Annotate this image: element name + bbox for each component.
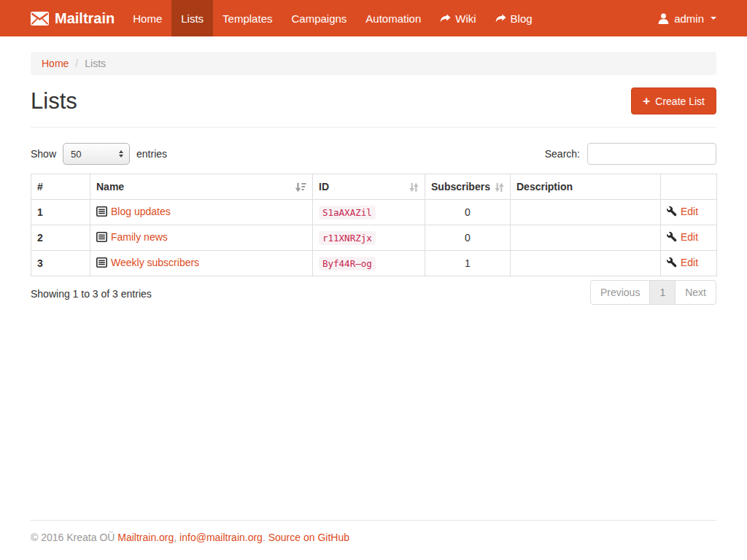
envelope-icon — [31, 12, 49, 26]
edit-link[interactable]: Edit — [667, 206, 698, 217]
copyright-text: © 2016 Kreata OÜ — [31, 532, 115, 543]
header-divider — [31, 127, 716, 128]
show-label: Show — [31, 148, 56, 160]
entries-label: entries — [136, 148, 167, 160]
main-nav: Home Lists Templates Campaigns Automatio… — [123, 0, 541, 36]
breadcrumb-separator: / — [75, 58, 78, 69]
list-name-link[interactable]: Family news — [96, 231, 168, 243]
user-label: admin — [674, 12, 704, 25]
table-row: 2 Family news r11XNRZjx 0 — [31, 225, 717, 251]
actions-cell: Edit — [661, 225, 717, 251]
pagination: Previous 1 Next — [590, 280, 716, 305]
list-id-cell: S1aAXAZil — [313, 200, 425, 225]
sort-asc-icon[interactable] — [295, 182, 306, 192]
share-arrow-icon — [495, 14, 506, 23]
pagination-previous[interactable]: Previous — [590, 280, 650, 305]
nav-item-home[interactable]: Home — [123, 0, 171, 36]
list-name-link[interactable]: Blog updates — [96, 206, 171, 217]
table-footer: Showing 1 to 3 of 3 entries Previous 1 N… — [31, 280, 716, 305]
list-name-link[interactable]: Weekly subscribers — [96, 257, 199, 268]
select-arrows-icon — [119, 150, 123, 158]
nav-item-automation[interactable]: Automation — [356, 0, 430, 36]
nav-item-campaigns[interactable]: Campaigns — [282, 0, 356, 36]
nav-item-blog[interactable]: Blog — [486, 0, 542, 36]
list-alt-icon — [96, 232, 107, 242]
nav-item-lists[interactable]: Lists — [171, 0, 213, 36]
search-label: Search: — [545, 148, 580, 160]
share-arrow-icon — [440, 14, 451, 23]
github-source-link[interactable]: Source on GitHub — [268, 532, 349, 543]
table-row: 1 Blog updates S1aAXAZil 0 — [31, 200, 717, 225]
wrench-icon — [667, 206, 677, 217]
table-row: 3 Weekly subscribers Byf44R—og 1 — [31, 251, 717, 276]
list-alt-icon — [96, 206, 107, 217]
row-number: 1 — [31, 200, 90, 225]
list-name-cell: Blog updates — [90, 200, 313, 225]
col-header-name[interactable]: Name — [90, 174, 313, 200]
col-header-id[interactable]: ID — [313, 174, 425, 200]
main-content: Home / Lists Lists + Create List Show 50… — [20, 36, 727, 520]
list-id: Byf44R—og — [319, 257, 376, 271]
subscriber-count: 1 — [425, 251, 511, 276]
nav-item-wiki[interactable]: Wiki — [430, 0, 485, 36]
list-id: S1aAXAZil — [319, 206, 376, 219]
row-number: 2 — [31, 225, 90, 251]
description-cell — [511, 200, 661, 225]
create-list-button[interactable]: + Create List — [631, 88, 716, 114]
edit-link[interactable]: Edit — [667, 231, 698, 243]
list-alt-icon — [96, 257, 107, 268]
actions-cell: Edit — [661, 251, 717, 276]
brand-label: Mailtrain — [55, 10, 115, 27]
description-cell — [511, 225, 661, 251]
mailtrain-org-link[interactable]: Mailtrain.org — [117, 532, 174, 543]
subscriber-count: 0 — [425, 225, 511, 251]
table-info: Showing 1 to 3 of 3 entries — [31, 280, 152, 300]
description-cell — [511, 251, 661, 276]
user-icon — [658, 13, 669, 24]
user-menu[interactable]: admin — [658, 0, 716, 36]
page-title: Lists — [31, 88, 77, 114]
col-header-description: Description — [511, 174, 661, 200]
chevron-down-icon — [711, 17, 716, 20]
breadcrumb-home[interactable]: Home — [42, 58, 69, 69]
list-name-cell: Family news — [90, 225, 313, 251]
col-header-subscribers[interactable]: Subscribers — [425, 174, 511, 200]
list-name-cell: Weekly subscribers — [90, 251, 313, 276]
list-id-cell: r11XNRZjx — [313, 225, 425, 251]
wrench-icon — [667, 232, 677, 242]
table-toolbar: Show 50 entries Search: — [31, 143, 716, 165]
search-input[interactable] — [587, 143, 716, 165]
page-size-select[interactable]: 50 — [63, 143, 130, 165]
sort-both-icon[interactable] — [409, 182, 419, 192]
table-header-row: # Name — [31, 174, 717, 200]
plus-icon: + — [643, 95, 650, 107]
page-header: Lists + Create List — [31, 88, 716, 114]
page-footer: © 2016 Kreata OÜ Mailtrain.org, info@mai… — [0, 520, 747, 560]
list-id: r11XNRZjx — [319, 231, 376, 245]
edit-link[interactable]: Edit — [667, 257, 698, 268]
col-header-actions — [661, 174, 717, 200]
page-length-control: Show 50 entries — [31, 143, 167, 165]
pagination-page-1[interactable]: 1 — [650, 280, 676, 305]
brand-link[interactable]: Mailtrain — [31, 0, 115, 36]
navbar: Mailtrain Home Lists Templates Campaigns… — [0, 0, 747, 36]
pagination-next[interactable]: Next — [676, 280, 716, 305]
lists-table: # Name — [31, 174, 717, 276]
nav-item-templates[interactable]: Templates — [213, 0, 282, 36]
breadcrumb: Home / Lists — [31, 52, 716, 75]
email-link[interactable]: info@mailtrain.org — [179, 532, 263, 543]
breadcrumb-current: Lists — [85, 58, 106, 69]
col-header-num: # — [31, 174, 90, 200]
search-control: Search: — [545, 143, 716, 165]
sort-both-icon[interactable] — [495, 182, 504, 192]
wrench-icon — [667, 257, 677, 268]
subscriber-count: 0 — [425, 200, 511, 225]
page-size-value: 50 — [71, 149, 81, 160]
row-number: 3 — [31, 251, 90, 276]
list-id-cell: Byf44R—og — [313, 251, 425, 276]
actions-cell: Edit — [661, 200, 717, 225]
